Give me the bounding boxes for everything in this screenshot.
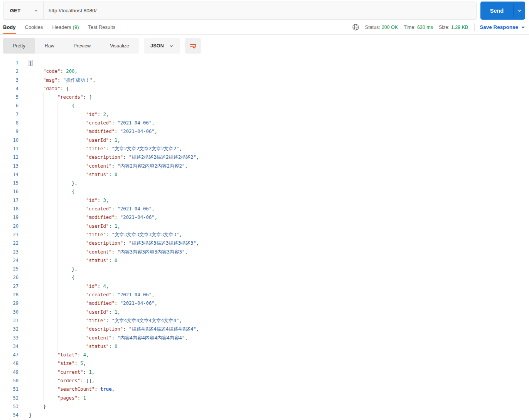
- line-number: 7: [0, 110, 19, 119]
- view-mode-visualize[interactable]: Visualize: [100, 38, 139, 54]
- code-line: 21"title": "文章3文章3文章3文章3文章3",: [0, 230, 529, 239]
- wrap-text-button[interactable]: [185, 38, 201, 54]
- line-number: 10: [0, 136, 19, 144]
- line-content: "searchCount": true,: [29, 385, 529, 393]
- code-line: 27"id": 4,: [0, 282, 529, 291]
- code-line: 13"content": "内容2内容2内容2内容2内容2",: [0, 162, 529, 170]
- code-line: 23"content": "内容3内容3内容3内容3内容3",: [0, 248, 529, 256]
- code-line: 6{: [0, 101, 529, 110]
- line-number: 1: [0, 59, 19, 67]
- status-value: 200 OK: [382, 25, 398, 30]
- line-content: "status": 0: [29, 170, 529, 179]
- meta-divider: [474, 24, 475, 31]
- send-options-button[interactable]: [514, 2, 525, 20]
- line-number: 12: [0, 153, 19, 161]
- tab-cookies[interactable]: Cookies: [20, 20, 48, 34]
- line-number: 47: [0, 351, 19, 359]
- code-line: 16{: [0, 187, 529, 196]
- line-number: 31: [0, 316, 19, 325]
- view-mode-switcher: PrettyRawPreviewVisualize: [3, 38, 139, 54]
- format-select[interactable]: JSON: [144, 38, 180, 54]
- line-number: 53: [0, 402, 19, 411]
- tab-body[interactable]: Body: [3, 20, 20, 34]
- line-number: 2: [0, 67, 19, 76]
- line-content: "title": "文章4文章4文章4文章4文章4",: [29, 316, 529, 325]
- code-line: 26{: [0, 273, 529, 282]
- url-group: GET: [3, 2, 477, 20]
- line-number: 49: [0, 368, 19, 376]
- send-button-label: Send: [480, 2, 513, 20]
- code-line: 34"status": 0: [0, 342, 529, 351]
- code-line: 4"data": {: [0, 84, 529, 93]
- line-number: 14: [0, 170, 19, 179]
- code-line: 12"description": "描述2描述2描述2描述2描述2",: [0, 153, 529, 161]
- code-line: 33"content": "内容4内容4内容4内容4内容4",: [0, 334, 529, 342]
- line-number: 15: [0, 179, 19, 187]
- line-number: 27: [0, 282, 19, 291]
- line-content: "content": "内容2内容2内容2内容2内容2",: [29, 162, 529, 170]
- line-content: "userId": 1,: [29, 222, 529, 230]
- code-line: 15},: [0, 179, 529, 187]
- line-number: 50: [0, 376, 19, 385]
- code-line: 18"created": "2021-04-06",: [0, 205, 529, 213]
- size-value: 1.29 KB: [451, 25, 468, 30]
- network-globe-icon[interactable]: [352, 24, 359, 31]
- code-line: 7"id": 2,: [0, 110, 529, 119]
- line-number: 13: [0, 162, 19, 170]
- code-line: 2"code": 200,: [0, 67, 529, 76]
- line-content: "created": "2021-04-06",: [29, 291, 529, 299]
- line-number: 16: [0, 187, 19, 196]
- code-line: 52"pages": 1: [0, 394, 529, 402]
- response-body-code-view[interactable]: 1{2"code": 200,3"msg": "操作成功！",4"data": …: [0, 57, 529, 419]
- line-content: "description": "描述2描述2描述2描述2描述2",: [29, 153, 529, 161]
- view-mode-raw[interactable]: Raw: [35, 38, 64, 54]
- line-number: 54: [0, 411, 19, 419]
- send-button[interactable]: Send: [480, 2, 525, 20]
- tab-count-badge: (9): [73, 24, 79, 30]
- body-view-toolbar: PrettyRawPreviewVisualize JSON: [0, 35, 529, 57]
- line-number: 18: [0, 205, 19, 213]
- line-number: 9: [0, 127, 19, 136]
- line-number: 51: [0, 385, 19, 393]
- line-number: 48: [0, 359, 19, 368]
- code-line: 14"status": 0: [0, 170, 529, 179]
- line-content: "userId": 1,: [29, 308, 529, 316]
- line-content: "title": "文章3文章3文章3文章3文章3",: [29, 230, 529, 239]
- code-line: 50"orders": [],: [0, 376, 529, 385]
- line-content: "description": "描述3描述3描述3描述3描述3",: [29, 239, 529, 247]
- code-line: 8"created": "2021-04-06",: [0, 119, 529, 127]
- line-content: "records": [: [29, 93, 529, 101]
- view-mode-preview[interactable]: Preview: [64, 38, 100, 54]
- line-number: 17: [0, 196, 19, 205]
- code-line: 19"modified": "2021-04-06",: [0, 213, 529, 222]
- code-line: 24"status": 0: [0, 256, 529, 265]
- code-line: 25},: [0, 265, 529, 273]
- text-wrap-icon: [189, 42, 197, 50]
- code-line: 9"modified": "2021-04-06",: [0, 127, 529, 136]
- line-number: 21: [0, 230, 19, 239]
- line-content: },: [29, 179, 529, 187]
- tab-test-results[interactable]: Test Results: [84, 20, 120, 34]
- line-content: }: [29, 402, 529, 411]
- url-input[interactable]: [44, 2, 476, 19]
- size-label: Size:: [439, 25, 450, 30]
- line-number: 25: [0, 265, 19, 273]
- code-line: 48"size": 5,: [0, 359, 529, 368]
- save-response-button[interactable]: Save Response: [480, 24, 525, 30]
- line-number: 29: [0, 299, 19, 307]
- line-number: 4: [0, 84, 19, 93]
- tab-headers[interactable]: Headers(9): [47, 20, 83, 34]
- code-line: 1{: [0, 59, 529, 67]
- line-number: 30: [0, 308, 19, 316]
- chevron-down-icon: [517, 8, 522, 13]
- time-group: Time:630 ms: [404, 25, 433, 30]
- line-number: 24: [0, 256, 19, 265]
- code-line: 5"records": [: [0, 93, 529, 101]
- view-mode-pretty[interactable]: Pretty: [3, 38, 35, 54]
- tab-label: Cookies: [25, 24, 43, 30]
- status-group: Status:200 OK: [365, 25, 398, 30]
- method-select[interactable]: GET: [3, 2, 44, 19]
- line-content: "created": "2021-04-06",: [29, 205, 529, 213]
- line-content: {: [29, 59, 529, 67]
- code-line: 17"id": 3,: [0, 196, 529, 205]
